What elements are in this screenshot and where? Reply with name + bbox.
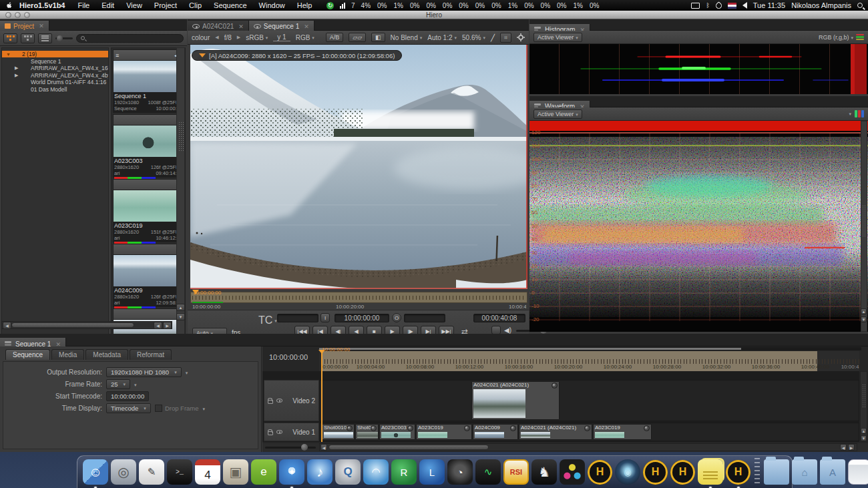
dock-icon[interactable]: ∿ — [475, 459, 501, 485]
ab-compare-button[interactable]: A/B — [326, 33, 344, 42]
dock-icon[interactable]: ♞ — [531, 459, 557, 485]
timeline-clip[interactable]: A023C019 — [416, 424, 472, 440]
viewer-settings-gear-icon[interactable] — [517, 33, 525, 41]
bin-tree-row[interactable]: World Drums 01-AIFF 44.1:16 — [2, 79, 109, 85]
scroll-up-icon[interactable]: ▲ — [861, 428, 867, 434]
thumbnail-scroll-down-button[interactable]: ▼ — [176, 313, 185, 320]
exposure-value[interactable]: f/8 — [224, 34, 232, 41]
scroll-left-icon[interactable]: ◀ — [320, 444, 327, 451]
channels-dropdown[interactable]: RGB — [296, 34, 314, 41]
tree-caret-icon[interactable]: ▶ — [15, 73, 20, 78]
menu-item[interactable]: Edit — [95, 1, 120, 9]
duration-field[interactable]: 00:00:40:08 — [473, 314, 525, 322]
visibility-icon[interactable] — [276, 399, 282, 403]
drop-frame-checkbox[interactable]: Drop Frame — [155, 405, 199, 412]
clip-card[interactable]: ≡ ◀) Sequence 1 1920x10801008f @25FPS Se… — [113, 49, 184, 113]
close-icon[interactable]: ✕ — [304, 23, 309, 30]
property-tab[interactable]: Sequence — [5, 349, 50, 360]
displays-menu-icon[interactable] — [691, 3, 700, 9]
menu-item[interactable]: View — [120, 1, 148, 9]
view-grid-button[interactable] — [3, 33, 17, 43]
menu-item[interactable]: Project — [148, 1, 183, 9]
stack-mode-icon[interactable]: ▱▱ — [349, 33, 366, 42]
clip-media-icon[interactable] — [644, 425, 650, 431]
thumbnail-vertical-scrollbar[interactable] — [176, 47, 185, 338]
bin-tree-row[interactable]: ▶ ARRIRAW_ALEXA_FW4.x_16by — [2, 65, 109, 71]
cpu-meter-icon[interactable] — [340, 3, 345, 9]
input-language-flag-icon[interactable] — [728, 3, 736, 9]
poster-frame-icon[interactable]: ≡ — [116, 52, 119, 59]
dock-icon[interactable]: ◉ — [615, 459, 640, 485]
property-tab[interactable]: Media — [51, 349, 84, 360]
dock-icon[interactable]: >_ — [167, 459, 192, 485]
timeline-overview-bar[interactable] — [319, 347, 861, 350]
dock-icon[interactable]: H — [726, 460, 750, 485]
annotate-pen-icon[interactable]: ╱ — [491, 34, 495, 41]
dock-icon[interactable]: RSI — [503, 459, 529, 485]
clip-thumbnail-image[interactable] — [114, 190, 183, 222]
menu-item[interactable]: Clip — [183, 1, 208, 9]
dock-icon[interactable]: ✎ — [139, 459, 164, 485]
track-lane-video1[interactable]: Shot0010 Shot00 A023C003 A023 — [319, 423, 859, 441]
scroll-down-icon[interactable]: ▼ — [861, 435, 867, 441]
dock-icon[interactable]: Q — [335, 459, 361, 485]
dock-icon[interactable]: A — [820, 459, 845, 485]
dock-icon[interactable]: H — [588, 460, 612, 485]
menu-item[interactable]: Help — [291, 1, 318, 9]
bin-tree-row[interactable]: ▶ ARRIRAW_ALEXA_FW4.x_4by3 — [2, 72, 109, 79]
app-menu-title[interactable]: Hiero1.5v1b4 — [13, 1, 71, 9]
apple-menu-icon[interactable] — [5, 1, 13, 9]
timeline-zoom-slider[interactable] — [265, 447, 316, 449]
lock-icon[interactable] — [268, 431, 273, 435]
proxy-dropdown[interactable]: Auto 1:2 — [427, 34, 457, 41]
scroll-right-icon[interactable]: ▶ — [848, 444, 855, 451]
dock-icon[interactable] — [848, 459, 868, 485]
dock-icon[interactable]: H — [670, 460, 695, 485]
clip-card[interactable]: ≡ ◀) A023C003 2880x1620126f @25FPS ari09… — [113, 114, 184, 178]
property-value[interactable]: 10:00:00:00▾ — [106, 391, 149, 401]
dock-icon[interactable] — [764, 459, 789, 485]
exposure-prev-icon[interactable]: ◀ — [215, 35, 218, 40]
timeline-clip[interactable]: A024C021 (A024C021) — [471, 381, 560, 420]
tab-project[interactable]: Project✕ — [0, 21, 49, 32]
dock-icon[interactable]: 4 — [195, 459, 220, 485]
dock-icon[interactable]: ▣ — [223, 459, 248, 485]
menu-user-name[interactable]: Nikolaos Almpanis — [791, 1, 851, 9]
dock-icon[interactable]: ♪ — [307, 459, 333, 485]
tree-horizontal-scrollbar[interactable]: ◀ ◀ ▶ — [1, 321, 172, 329]
scroll-left2-icon[interactable]: ◀ — [840, 444, 847, 451]
volume-menu-icon[interactable] — [742, 2, 747, 9]
guides-icon[interactable]: ⌗ — [500, 33, 511, 43]
scroll-left-icon[interactable]: ◀ — [3, 322, 11, 329]
bin-tree-row[interactable]: Sequence 1 — [2, 58, 109, 65]
track-lane-video2[interactable]: A024C021 (A024C021) — [319, 380, 859, 421]
waveform-source-dropdown[interactable]: Active Viewer — [533, 109, 582, 119]
spotlight-icon[interactable] — [857, 3, 863, 8]
set-in-button[interactable]: I — [320, 313, 330, 322]
rgb-parade-icon[interactable] — [855, 110, 864, 117]
exposure-next-icon[interactable]: ▶ — [237, 35, 240, 40]
property-value[interactable]: Timecode▾ — [106, 403, 151, 413]
blend-dropdown[interactable]: No Blend — [391, 34, 423, 41]
track-header-video1[interactable]: Video 1 — [264, 423, 319, 441]
clip-media-icon[interactable] — [347, 425, 353, 431]
timeline-vertical-scrollbar[interactable]: ▲ ▼ — [860, 371, 867, 442]
dock-icon[interactable]: ☺ — [83, 459, 108, 485]
timeline-clip[interactable]: A024C009 — [473, 424, 518, 440]
timeline-clip[interactable]: A023C003 — [379, 424, 415, 440]
bluetooth-menu-icon[interactable]: ᛒ — [706, 2, 709, 9]
lock-icon[interactable] — [268, 400, 273, 404]
dock-icon[interactable] — [753, 458, 761, 486]
clip-media-icon[interactable] — [552, 383, 558, 389]
timeline-playhead[interactable] — [321, 351, 322, 442]
thumbnail-size-slider[interactable] — [55, 37, 73, 39]
timeline-ruler[interactable]: 10:00:00:0010:00:04:0010:00:08:0010:00:1… — [319, 351, 859, 371]
airport-menu-icon[interactable] — [714, 1, 723, 10]
tc-mode-dropdown[interactable]: TC — [258, 314, 277, 326]
bin-tree-row[interactable]: ▼ 2 (19) — [2, 51, 109, 57]
dock-icon[interactable]: ◔ — [447, 459, 473, 485]
clip-media-icon[interactable] — [510, 425, 516, 431]
waveform-mode-caret-icon[interactable]: ▾ — [849, 111, 851, 117]
dock-icon[interactable]: ◎ — [111, 459, 136, 485]
scroll-left2-icon[interactable]: ◀ — [154, 322, 162, 329]
